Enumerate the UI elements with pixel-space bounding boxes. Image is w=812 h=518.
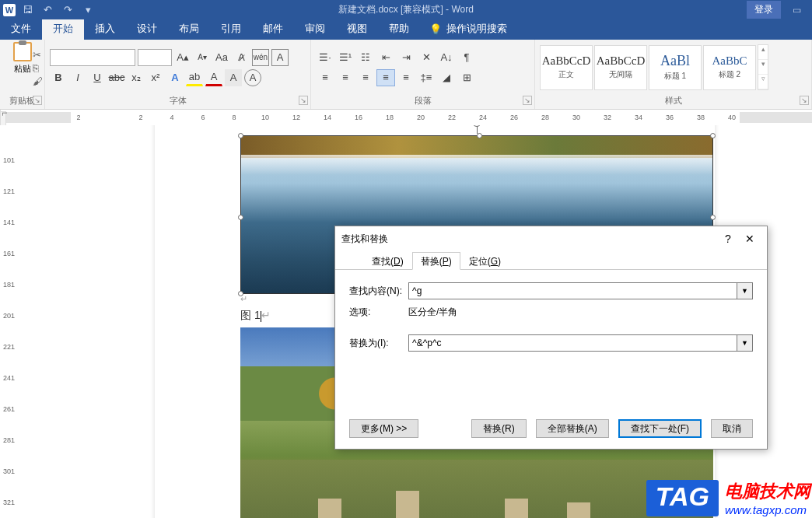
distributed-icon[interactable]: ≡ bbox=[397, 69, 415, 86]
watermark: TAG 电脑技术网 www.tagxp.com bbox=[646, 480, 810, 516]
quick-access-toolbar: W 🖫 ↶ ↷ ▾ bbox=[0, 2, 96, 19]
tab-replace[interactable]: 替换(P) bbox=[412, 252, 460, 270]
tab-file[interactable]: 文件 bbox=[0, 18, 42, 40]
clipboard-dialog-launcher[interactable]: ↘ bbox=[33, 96, 42, 105]
tab-mailings[interactable]: 邮件 bbox=[252, 18, 294, 40]
styles-scroll[interactable]: ▴▾▿ bbox=[758, 44, 768, 90]
qat-more-icon[interactable]: ▾ bbox=[79, 2, 96, 19]
tab-help[interactable]: 帮助 bbox=[378, 18, 420, 40]
font-group-label: 字体↘ bbox=[45, 95, 310, 109]
phonetic-icon[interactable]: wén bbox=[252, 49, 269, 66]
find-dropdown-icon[interactable]: ▼ bbox=[737, 282, 753, 299]
replace-input[interactable] bbox=[408, 334, 737, 352]
tab-home[interactable]: 开始 bbox=[42, 18, 84, 40]
dialog-help-icon[interactable]: ? bbox=[717, 229, 739, 248]
align-center-icon[interactable]: ≡ bbox=[336, 69, 355, 86]
highlight-icon[interactable]: ab bbox=[186, 69, 203, 86]
tab-design[interactable]: 设计 bbox=[126, 18, 168, 40]
login-button[interactable]: 登录 bbox=[747, 1, 781, 19]
styles-dialog-launcher[interactable]: ↘ bbox=[800, 96, 809, 105]
resize-handle-t[interactable] bbox=[477, 133, 482, 138]
rotate-handle[interactable] bbox=[472, 125, 481, 127]
bullets-icon[interactable]: ☰· bbox=[316, 49, 334, 66]
tab-view[interactable]: 视图 bbox=[336, 18, 378, 40]
ribbon-options-icon[interactable]: ▭ bbox=[781, 0, 812, 19]
clear-format-icon[interactable]: A̷ bbox=[233, 49, 250, 66]
char-shading-icon[interactable]: A bbox=[225, 69, 242, 86]
numbering-icon[interactable]: ☰¹ bbox=[336, 49, 355, 66]
cut-icon[interactable]: ✂ bbox=[33, 49, 43, 61]
ribbon: 粘贴 ✂ ⎘ 🖌 剪贴板↘ A▴ A▾ Aa A̷ wén A bbox=[0, 40, 812, 110]
tab-references[interactable]: 引用 bbox=[210, 18, 252, 40]
paragraph-group-label: 段落↘ bbox=[311, 95, 534, 109]
style-no-spacing[interactable]: AaBbCcD无间隔 bbox=[594, 45, 647, 90]
cancel-button[interactable]: 取消 bbox=[711, 419, 753, 438]
dialog-title: 查找和替换 bbox=[341, 233, 388, 246]
subscript-button[interactable]: x₂ bbox=[128, 69, 145, 86]
resize-handle-bl[interactable] bbox=[238, 291, 243, 296]
find-input[interactable] bbox=[408, 282, 737, 299]
asian-layout-icon[interactable]: ✕ bbox=[417, 49, 436, 66]
char-border-icon[interactable]: A bbox=[271, 49, 289, 66]
watermark-tag: TAG bbox=[646, 480, 719, 516]
resize-handle-r[interactable] bbox=[710, 215, 716, 220]
tab-insert[interactable]: 插入 bbox=[84, 18, 126, 40]
replace-dropdown-icon[interactable]: ▼ bbox=[737, 334, 753, 352]
save-icon[interactable]: 🖫 bbox=[19, 2, 36, 19]
justify-icon[interactable]: ≡ bbox=[376, 69, 395, 86]
find-replace-dialog: 查找和替换 ? ✕ 查找(D) 替换(P) 定位(G) 查找内容(N): ▼ 选… bbox=[334, 226, 768, 450]
shading-icon[interactable]: ◢ bbox=[437, 69, 456, 86]
font-name-combo[interactable] bbox=[50, 49, 135, 66]
change-case-icon[interactable]: Aa bbox=[213, 49, 230, 66]
horizontal-ruler[interactable]: 6422468101214161820222426283032343638404… bbox=[0, 110, 812, 125]
font-size-combo[interactable] bbox=[138, 49, 172, 66]
resize-handle-tl[interactable] bbox=[238, 133, 243, 138]
tab-goto[interactable]: 定位(G) bbox=[460, 252, 509, 270]
window-title: 新建文档.docx [兼容模式] - Word bbox=[338, 3, 474, 16]
find-next-button[interactable]: 查找下一处(F) bbox=[618, 419, 702, 438]
copy-icon[interactable]: ⎘ bbox=[33, 62, 43, 74]
font-color-icon[interactable]: A bbox=[205, 69, 222, 86]
style-normal[interactable]: AaBbCcD正文 bbox=[540, 45, 593, 90]
replace-button[interactable]: 替换(R) bbox=[471, 419, 527, 438]
resize-handle-l[interactable] bbox=[238, 215, 243, 220]
tell-me[interactable]: 💡 操作说明搜索 bbox=[420, 18, 516, 40]
tab-layout[interactable]: 布局 bbox=[168, 18, 210, 40]
increase-indent-icon[interactable]: ⇥ bbox=[397, 49, 415, 66]
align-right-icon[interactable]: ≡ bbox=[356, 69, 375, 86]
style-heading1[interactable]: AaBl标题 1 bbox=[649, 45, 702, 90]
borders-icon[interactable]: ⊞ bbox=[457, 69, 476, 86]
decrease-indent-icon[interactable]: ⇤ bbox=[376, 49, 395, 66]
tab-review[interactable]: 审阅 bbox=[294, 18, 336, 40]
superscript-button[interactable]: x² bbox=[147, 69, 164, 86]
enclose-char-icon[interactable]: A bbox=[244, 69, 261, 86]
show-marks-icon[interactable]: ¶ bbox=[457, 49, 476, 66]
resize-handle-tr[interactable] bbox=[710, 133, 716, 138]
dialog-close-icon[interactable]: ✕ bbox=[739, 229, 761, 248]
underline-button[interactable]: U bbox=[89, 69, 106, 86]
clipboard-group-label: 剪贴板↘ bbox=[0, 95, 44, 109]
vertical-ruler[interactable]: 1011211411611812012212412612813013213413… bbox=[0, 125, 19, 518]
bold-button[interactable]: B bbox=[50, 69, 67, 86]
text-effects-icon[interactable]: A bbox=[166, 69, 184, 86]
dialog-titlebar[interactable]: 查找和替换 ? ✕ bbox=[335, 226, 767, 251]
font-dialog-launcher[interactable]: ↘ bbox=[299, 96, 308, 105]
undo-icon[interactable]: ↶ bbox=[39, 2, 56, 19]
grow-font-icon[interactable]: A▴ bbox=[174, 49, 191, 66]
italic-button[interactable]: I bbox=[69, 69, 86, 86]
format-painter-icon[interactable]: 🖌 bbox=[33, 75, 43, 87]
align-left-icon[interactable]: ≡ bbox=[316, 69, 334, 86]
line-spacing-icon[interactable]: ‡≡ bbox=[417, 69, 436, 86]
strike-button[interactable]: abc bbox=[108, 69, 125, 86]
sort-icon[interactable]: A↓ bbox=[437, 49, 456, 66]
tab-find[interactable]: 查找(D) bbox=[363, 252, 412, 270]
redo-icon[interactable]: ↷ bbox=[59, 2, 76, 19]
multilevel-icon[interactable]: ☷ bbox=[356, 49, 375, 66]
style-heading2[interactable]: AaBbC标题 2 bbox=[703, 45, 756, 90]
shrink-font-icon[interactable]: A▾ bbox=[194, 49, 211, 66]
options-label: 选项: bbox=[349, 306, 408, 319]
more-button[interactable]: 更多(M) >> bbox=[349, 419, 418, 438]
paragraph-dialog-launcher[interactable]: ↘ bbox=[523, 96, 532, 105]
replace-all-button[interactable]: 全部替换(A) bbox=[536, 419, 609, 438]
left-tab-selector[interactable]: L bbox=[0, 111, 6, 127]
